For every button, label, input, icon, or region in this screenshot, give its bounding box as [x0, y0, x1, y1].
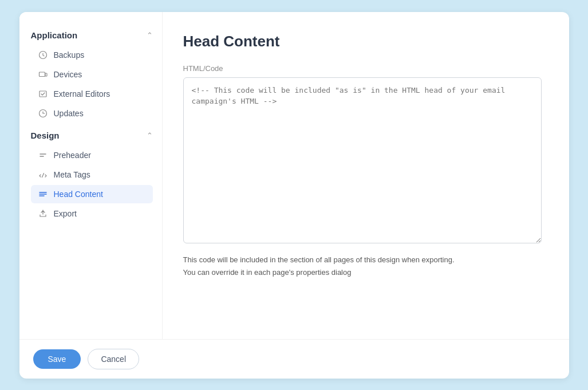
head-content-icon [38, 189, 48, 199]
sidebar-section-application: Application ⌃ Backups [31, 28, 153, 124]
sidebar-item-preheader[interactable]: Preheader [31, 146, 153, 164]
external-editors-icon [38, 89, 48, 99]
svg-rect-3 [40, 91, 46, 97]
preheader-icon [38, 150, 48, 160]
save-button[interactable]: Save [33, 349, 81, 369]
sidebar-item-label-head-content: Head Content [54, 190, 103, 199]
sidebar-section-title-application: Application [31, 30, 78, 40]
sidebar-item-devices[interactable]: Devices [31, 65, 153, 84]
sidebar-item-label-export: Export [54, 209, 77, 218]
sidebar-item-meta-tags[interactable]: Meta Tags [31, 166, 153, 184]
chevron-up-icon: ⌃ [147, 31, 153, 40]
sidebar-item-label-preheader: Preheader [54, 151, 91, 160]
sidebar-item-external-editors[interactable]: External Editors [31, 85, 153, 103]
sidebar-item-label-devices: Devices [54, 70, 82, 79]
sidebar-section-title-design: Design [31, 131, 60, 140]
sidebar-item-backups[interactable]: Backups [31, 46, 153, 64]
html-code-field: HTML/Code [183, 64, 542, 246]
sidebar-item-label-meta-tags: Meta Tags [54, 170, 90, 179]
help-text: This code will be included in the sectio… [183, 254, 542, 279]
export-icon [38, 208, 48, 219]
app-window: Application ⌃ Backups [19, 12, 569, 379]
sidebar-item-label-backups: Backups [54, 50, 85, 60]
sidebar: Application ⌃ Backups [19, 12, 163, 339]
chevron-up-icon-design: ⌃ [147, 131, 153, 140]
footer: Save Cancel [19, 339, 569, 379]
sidebar-item-label-updates: Updates [54, 109, 84, 118]
cancel-button[interactable]: Cancel [88, 349, 139, 369]
svg-rect-1 [39, 72, 45, 77]
design-items: Preheader Meta Tags [31, 146, 153, 223]
sidebar-section-header-design[interactable]: Design ⌃ [31, 128, 153, 146]
sidebar-item-head-content[interactable]: Head Content [31, 185, 153, 203]
application-items: Backups Devices [31, 46, 153, 123]
page-title: Head Content [183, 33, 542, 50]
svg-rect-2 [45, 73, 47, 76]
help-text-line2: You can override it in each page's prope… [183, 266, 542, 279]
devices-icon [38, 69, 48, 80]
sidebar-section-header-application[interactable]: Application ⌃ [31, 28, 153, 46]
sidebar-item-updates[interactable]: Updates [31, 104, 153, 123]
sidebar-item-export[interactable]: Export [31, 204, 153, 223]
meta-tags-icon [38, 170, 48, 180]
backup-icon [38, 50, 48, 60]
help-text-line1: This code will be included in the sectio… [183, 254, 542, 266]
html-code-textarea[interactable] [183, 77, 542, 243]
updates-icon [38, 108, 48, 119]
content-area: Head Content HTML/Code This code will be… [163, 12, 569, 339]
sidebar-section-design: Design ⌃ Preheader [31, 128, 153, 224]
main-layout: Application ⌃ Backups [19, 12, 569, 339]
sidebar-item-label-external-editors: External Editors [54, 89, 111, 99]
field-label-html-code: HTML/Code [183, 64, 542, 73]
